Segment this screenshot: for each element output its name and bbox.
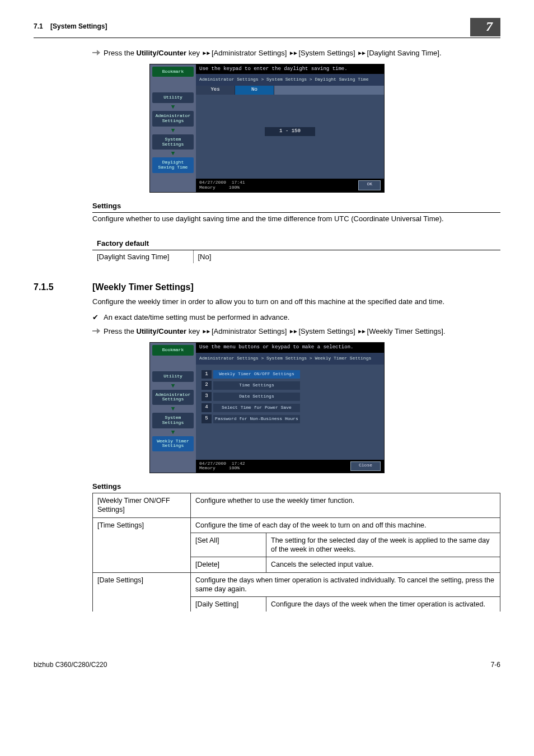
arrow-down-icon: ▼ <box>152 384 194 388</box>
bookmark-button[interactable]: Bookmark <box>152 345 194 356</box>
system-settings-button[interactable]: System Settings <box>152 413 194 428</box>
footer-right: 7-6 <box>491 661 500 669</box>
status-left: 04/27/2009 17:42 Memory 100% <box>199 461 245 472</box>
footer-left: bizhub C360/C280/C220 <box>34 661 107 669</box>
menu-item-5[interactable]: 5Password for Non-Business Hours <box>202 414 378 423</box>
breadcrumb: Administrator Settings > System Settings… <box>196 74 384 86</box>
chapter-badge: 7 <box>470 18 500 36</box>
arrow-icon <box>92 49 104 56</box>
admin-settings-button[interactable]: Administrator Settings <box>152 390 194 405</box>
breadcrumb: Administrator Settings > System Settings… <box>196 353 384 365</box>
settings-para-1: Configure whether to use daylight saving… <box>92 214 500 224</box>
section-title: [Weekly Timer Settings] <box>92 282 500 292</box>
prereq-1: An exact date/time setting must be perfo… <box>104 312 289 323</box>
instruction-1: Press the Utility/Counter key ►► [Admini… <box>104 48 442 58</box>
lcd-top-message: Use the menu buttons or keypad to make a… <box>196 343 384 353</box>
menu-item-3[interactable]: 3Date Settings <box>202 392 378 401</box>
factory-default-table: Factory default [Daylight Saving Time] [… <box>92 237 500 263</box>
arrow-icon <box>92 328 104 334</box>
menu-item-2[interactable]: 2Time Settings <box>202 381 378 390</box>
system-settings-button[interactable]: System Settings <box>152 134 194 150</box>
no-tab[interactable]: No <box>235 86 274 95</box>
section-intro: Configure the weekly timer in order to a… <box>92 297 500 307</box>
settings-heading: Settings <box>92 202 500 210</box>
value-box: 1 - 150 <box>265 127 315 136</box>
admin-settings-button[interactable]: Administrator Settings <box>152 111 194 127</box>
lcd-screenshot-1: Bookmark Utility ▼ Administrator Setting… <box>149 64 385 193</box>
weekly-timer-button[interactable]: Weekly Timer Settings <box>152 436 194 452</box>
section-number: 7.1.5 <box>34 282 87 292</box>
yes-tab[interactable]: Yes <box>196 86 235 95</box>
menu-item-1[interactable]: 1Weekly Timer ON/OFF Settings <box>202 370 378 379</box>
arrow-down-icon: ▼ <box>152 430 194 435</box>
header-left: 7.1 [System Settings] <box>34 22 107 30</box>
settings-heading-2: Settings <box>92 482 500 491</box>
lcd-top-message: Use the keypad to enter the daylight sav… <box>196 64 384 74</box>
arrow-down-icon: ▼ <box>152 151 194 156</box>
arrow-down-icon: ▼ <box>152 407 194 411</box>
dst-button[interactable]: Daylight Saving Time <box>152 157 194 173</box>
arrow-down-icon: ▼ <box>152 128 194 133</box>
instruction-2: Press the Utility/Counter key ►► [Admini… <box>104 326 445 337</box>
settings-table: [Weekly Timer ON/OFF Settings] Configure… <box>92 493 500 612</box>
status-left: 04/27/2009 17:41 Memory 100% <box>199 180 245 190</box>
lcd-screenshot-2: Bookmark Utility ▼ Administrator Setting… <box>149 342 385 473</box>
menu-item-4[interactable]: 4Select Time for Power Save <box>202 403 378 412</box>
utility-button[interactable]: Utility <box>152 92 194 103</box>
bookmark-button[interactable]: Bookmark <box>152 67 194 77</box>
arrow-down-icon: ▼ <box>152 105 194 109</box>
utility-button[interactable]: Utility <box>152 371 194 382</box>
close-button[interactable]: Close <box>350 461 381 472</box>
check-icon: ✔ <box>92 312 104 323</box>
ok-button[interactable]: OK <box>358 180 381 190</box>
